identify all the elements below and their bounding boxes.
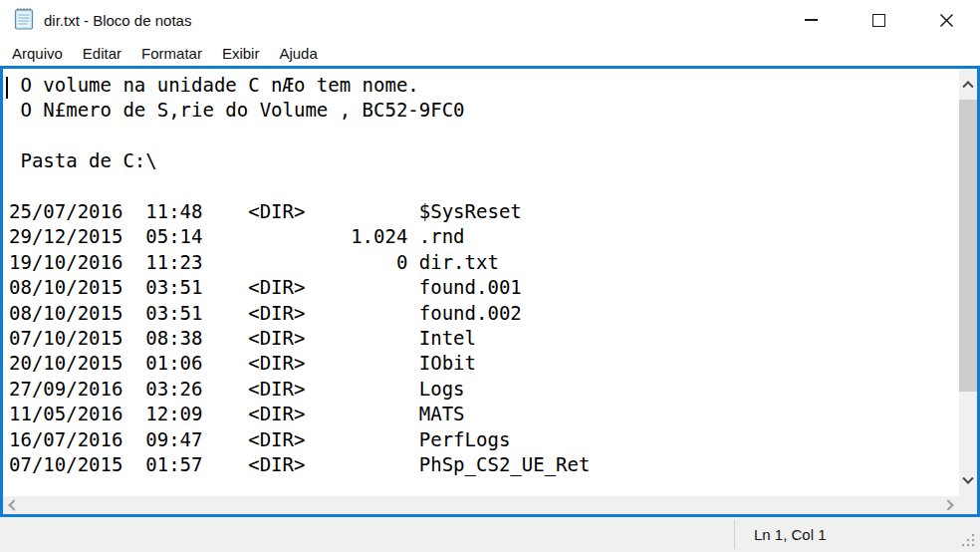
cursor-position-label: Ln 1, Col 1 xyxy=(754,517,827,552)
horizontal-scrollbar[interactable] xyxy=(3,496,959,514)
chevron-down-icon xyxy=(962,473,973,484)
scroll-up-button[interactable] xyxy=(959,69,977,99)
scroll-down-button[interactable] xyxy=(959,466,977,496)
maximize-icon xyxy=(872,14,885,27)
statusbar-divider xyxy=(734,520,735,549)
menu-ajuda[interactable]: Ajuda xyxy=(269,43,327,64)
menu-editar[interactable]: Editar xyxy=(73,43,131,64)
resize-grip-icon[interactable] xyxy=(961,533,976,548)
chevron-left-icon xyxy=(8,499,19,510)
scroll-right-button[interactable] xyxy=(937,496,959,514)
close-button[interactable] xyxy=(912,0,980,40)
menu-exibir[interactable]: Exibir xyxy=(212,43,270,64)
text-caret xyxy=(6,77,8,99)
scrollbar-corner xyxy=(959,496,977,514)
menubar: Arquivo Editar Formatar Exibir Ajuda xyxy=(0,40,980,66)
menu-formatar[interactable]: Formatar xyxy=(131,43,212,64)
titlebar: dir.txt - Bloco de notas xyxy=(0,0,980,40)
chevron-right-icon xyxy=(942,499,953,510)
vertical-scrollbar-thumb[interactable] xyxy=(959,100,977,392)
minimize-icon xyxy=(805,19,818,21)
notepad-window: dir.txt - Bloco de notas Arquivo Editar … xyxy=(0,0,980,552)
editor-text[interactable]: O volume na unidade C nÆo tem nome. O N£… xyxy=(9,73,590,478)
scroll-left-button[interactable] xyxy=(3,496,25,514)
chevron-up-icon xyxy=(962,81,973,92)
window-controls xyxy=(777,0,980,40)
text-editor-area[interactable]: O volume na unidade C nÆo tem nome. O N£… xyxy=(0,66,980,517)
maximize-button[interactable] xyxy=(845,0,912,40)
vertical-scrollbar[interactable] xyxy=(959,69,977,496)
minimize-button[interactable] xyxy=(777,0,845,40)
notepad-app-icon xyxy=(13,6,35,34)
menu-arquivo[interactable]: Arquivo xyxy=(2,43,73,64)
statusbar: Ln 1, Col 1 xyxy=(0,517,980,552)
window-title: dir.txt - Bloco de notas xyxy=(44,12,191,29)
close-icon xyxy=(939,13,954,28)
